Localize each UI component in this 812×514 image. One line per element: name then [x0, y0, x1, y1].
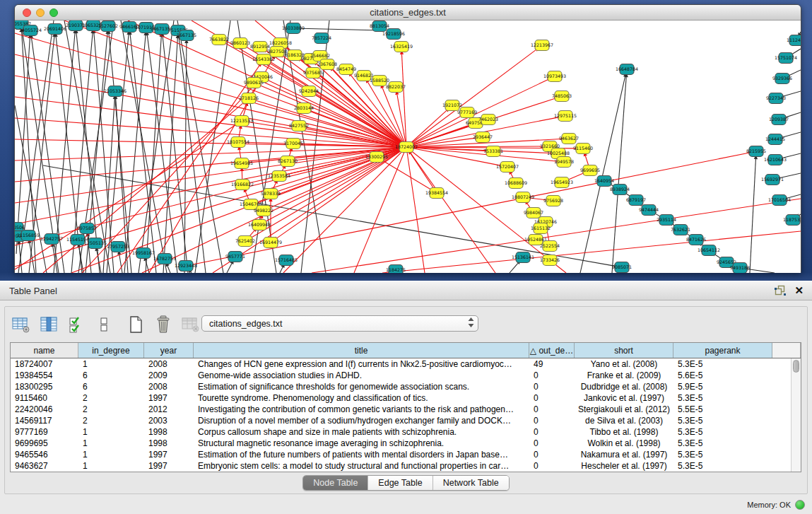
table-cell[interactable]: 5.3E-5	[673, 449, 772, 460]
table-cell[interactable]: 19384554	[11, 370, 78, 381]
column-header-short[interactable]: short	[575, 343, 673, 358]
table-cell[interactable]: Franke et al. (2009)	[575, 370, 673, 381]
table-cell[interactable]: 5.3E-5	[673, 426, 772, 438]
column-header-in_degree[interactable]: in_degree	[78, 343, 144, 358]
table-cell[interactable]: 18300295	[11, 381, 78, 392]
tab-edge-table[interactable]: Edge Table	[368, 476, 433, 490]
table-cell[interactable]: 0	[529, 381, 575, 392]
column-header-name[interactable]: name	[11, 343, 78, 358]
network-canvas[interactable]: 1872400718300295193845542055387240557242…	[15, 21, 801, 273]
column-header-out_de[interactable]: △ out_de…	[529, 343, 575, 358]
table-settings-icon[interactable]	[11, 315, 31, 334]
unselect-all-rows-icon[interactable]	[94, 315, 114, 334]
table-cell[interactable]: 9465546	[11, 449, 78, 460]
table-cell[interactable]: 0	[529, 460, 575, 472]
table-cell[interactable]: 0	[529, 370, 575, 381]
table-vertical-scrollbar[interactable]	[791, 358, 801, 472]
table-cell[interactable]: 5.3E-5	[673, 415, 772, 426]
table-cell[interactable]: 49	[529, 358, 575, 370]
scrollbar-thumb[interactable]	[793, 360, 799, 373]
table-cell[interactable]: 2012	[144, 404, 194, 415]
table-selector-dropdown[interactable]: citations_edges.txt	[201, 315, 478, 332]
tab-node-table[interactable]: Node Table	[303, 476, 368, 490]
table-cell[interactable]: 14569117	[11, 415, 78, 426]
table-row[interactable]: 1872400712008Changes of HCN gene express…	[11, 358, 791, 370]
table-row[interactable]: 946362711997Embryonic stem cells: a mode…	[11, 460, 791, 472]
tab-network-table[interactable]: Network Table	[433, 476, 509, 490]
table-cell[interactable]: 1997	[144, 392, 194, 404]
table-cell[interactable]: 9463627	[11, 460, 78, 472]
table-cell[interactable]: 0	[529, 392, 575, 404]
table-cell[interactable]: 18724007	[11, 358, 78, 370]
table-row[interactable]: 911546021997Tourette syndrome. Phenomeno…	[11, 392, 791, 404]
table-cell[interactable]: de Silva et al. (2003)	[575, 415, 673, 426]
table-cell[interactable]: 9115460	[11, 392, 78, 404]
table-row[interactable]: 969969511998Structural magnetic resonanc…	[11, 438, 791, 449]
table-cell[interactable]: 5.6E-5	[673, 370, 772, 381]
table-cell[interactable]: 1998	[144, 426, 194, 438]
show-columns-icon[interactable]	[39, 315, 59, 334]
table-cell[interactable]: Nakamura et al. (1997)	[575, 449, 673, 460]
table-cell[interactable]: Genome-wide association studies in ADHD.	[194, 370, 529, 381]
table-cell[interactable]: Estimation of the future numbers of pati…	[194, 449, 529, 460]
table-cell[interactable]: 6	[78, 381, 144, 392]
select-all-rows-icon[interactable]	[66, 315, 86, 334]
table-cell[interactable]: Jankovic et al. (1997)	[575, 392, 673, 404]
new-document-icon[interactable]	[126, 315, 146, 334]
table-cell[interactable]: 6	[78, 370, 144, 381]
table-cell[interactable]: 5.3E-5	[673, 358, 772, 370]
table-cell[interactable]: Embryonic stem cells: a model to study s…	[194, 460, 529, 472]
table-cell[interactable]: Hescheler et al. (1997)	[575, 460, 673, 472]
table-cell[interactable]: Stergiakouli et al. (2012)	[575, 404, 673, 415]
table-cell[interactable]: 0	[529, 426, 575, 438]
table-cell[interactable]: 9699695	[11, 438, 78, 449]
table-cell[interactable]: 2	[78, 404, 144, 415]
table-cell[interactable]: 2008	[144, 381, 194, 392]
table-cell[interactable]: 9777169	[11, 426, 78, 438]
table-cell[interactable]: 1	[78, 460, 144, 472]
close-panel-icon[interactable]: ✕	[794, 285, 804, 296]
table-cell[interactable]: Structural magnetic resonance image aver…	[194, 438, 529, 449]
table-cell[interactable]: 0	[529, 449, 575, 460]
column-header-title[interactable]: title	[194, 343, 529, 358]
table-cell[interactable]: 5.3E-5	[673, 460, 772, 472]
window-titlebar[interactable]: citations_edges.txt	[15, 5, 801, 21]
table-cell[interactable]: Investigating the contribution of common…	[194, 404, 529, 415]
table-cell[interactable]: 1997	[144, 449, 194, 460]
table-row[interactable]: 946554611997Estimation of the future num…	[11, 449, 791, 460]
table-row[interactable]: 1830029562008Estimation of significance …	[11, 381, 791, 392]
table-cell[interactable]: 5.9E-5	[673, 381, 772, 392]
table-cell[interactable]: 0	[529, 415, 575, 426]
table-cell[interactable]: 0	[529, 404, 575, 415]
column-header-pagerank[interactable]: pagerank	[673, 343, 772, 358]
table-cell[interactable]: 2003	[144, 415, 194, 426]
table-cell[interactable]: Tibbo et al. (1998)	[575, 426, 673, 438]
delete-entries-trash-icon[interactable]	[153, 315, 173, 334]
table-cell[interactable]: Estimation of significance thresholds fo…	[194, 381, 529, 392]
table-cell[interactable]: Corpus callosum shape and size in male p…	[194, 426, 529, 438]
table-cell[interactable]: 2009	[144, 370, 194, 381]
column-header-year[interactable]: year	[144, 343, 194, 358]
table-cell[interactable]: 5.3E-5	[673, 438, 772, 449]
table-cell[interactable]: 1998	[144, 438, 194, 449]
table-cell[interactable]: Changes of HCN gene expression and I(f) …	[194, 358, 529, 370]
float-panel-icon[interactable]	[775, 285, 786, 296]
table-row[interactable]: 977716911998Corpus callosum shape and si…	[11, 426, 791, 438]
table-cell[interactable]: 1	[78, 358, 144, 370]
table-row[interactable]: 2242004622012Investigating the contribut…	[11, 404, 791, 415]
table-cell[interactable]: 1997	[144, 460, 194, 472]
table-cell[interactable]: Wolkin et al. (1998)	[575, 438, 673, 449]
table-cell[interactable]: Yano et al. (2008)	[575, 358, 673, 370]
table-cell[interactable]: 22420046	[11, 404, 78, 415]
table-cell[interactable]: 0	[529, 438, 575, 449]
table-cell[interactable]: 2	[78, 392, 144, 404]
table-cell[interactable]: Dudbridge et al. (2008)	[575, 381, 673, 392]
table-row[interactable]: 1938455462009Genome-wide association stu…	[11, 370, 791, 381]
table-cell[interactable]: 1	[78, 426, 144, 438]
table-row[interactable]: 1456911722003Disruption of a novel membe…	[11, 415, 791, 426]
table-cell[interactable]: 1	[78, 438, 144, 449]
memory-status-indicator[interactable]	[795, 500, 805, 510]
table-cell[interactable]: 1	[78, 449, 144, 460]
table-cell[interactable]: Disruption of a novel member of a sodium…	[194, 415, 529, 426]
table-cell[interactable]: 5.3E-5	[673, 392, 772, 404]
